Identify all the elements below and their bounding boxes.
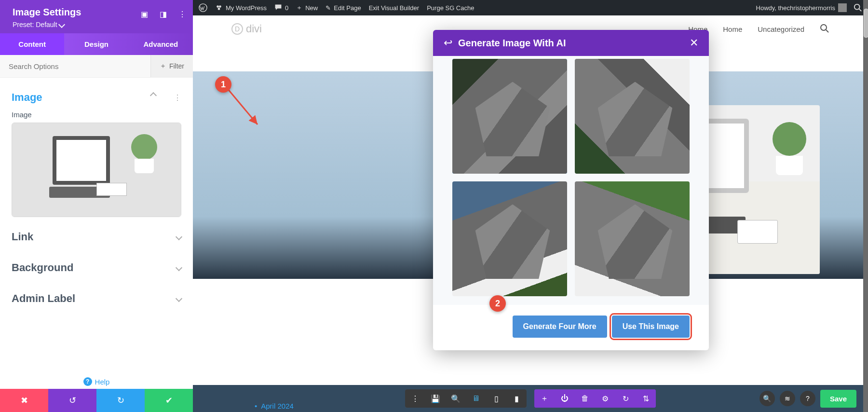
search-input[interactable]: [0, 55, 150, 77]
save-button[interactable]: Save: [820, 390, 856, 408]
annotation-badge-1: 1: [215, 76, 231, 93]
section-image: Image ⋮ Image: [12, 86, 181, 217]
bb-history-icon[interactable]: ↻: [615, 389, 636, 408]
wp-edit-link[interactable]: ✎ Edit Page: [326, 4, 361, 12]
ai-image-modal: ↩ Generate Image With AI ✕ Generate Four…: [433, 30, 709, 350]
site-logo[interactable]: D divi: [231, 23, 262, 35]
site-nav: Home Home Uncategorized: [688, 24, 829, 35]
wp-comments-link[interactable]: 0: [274, 4, 288, 12]
tab-design[interactable]: Design: [64, 33, 128, 55]
plus-icon: ＋: [160, 62, 166, 70]
sections-list: Image ⋮ Image Link Background Admin Labe…: [0, 78, 193, 374]
modal-body: [433, 56, 709, 305]
bb-gear-icon[interactable]: ⚙: [595, 389, 615, 408]
svg-line-5: [859, 9, 862, 12]
bb-phone-icon[interactable]: ▮: [506, 389, 527, 408]
divi-logo-icon: D: [231, 23, 243, 35]
search-row: ＋ Filter: [0, 55, 193, 78]
svg-line-8: [228, 89, 258, 124]
bb-trash-icon[interactable]: 🗑: [575, 389, 595, 408]
bb-search-icon[interactable]: 🔍: [760, 391, 775, 406]
expand-icon[interactable]: ▣: [141, 10, 148, 19]
bb-zoom-icon[interactable]: 🔍: [446, 389, 466, 408]
bb-menu-icon[interactable]: ⋮: [405, 389, 425, 408]
avatar-icon: [838, 3, 847, 12]
chevron-down-icon: [176, 295, 182, 302]
builder-bar: ⋮ 💾 🔍 🖥 ▯ ▮ ＋ ⏻ 🗑 ⚙ ↻ ⇅ 🔍 ≋ ? Save: [193, 385, 868, 412]
chevron-down-icon: [176, 233, 182, 240]
kebab-icon[interactable]: ⋮: [174, 93, 181, 102]
wp-howdy[interactable]: Howdy, thechristophermorris: [756, 3, 847, 12]
generated-image-3[interactable]: [452, 181, 567, 296]
bb-desktop-icon[interactable]: 🖥: [466, 389, 486, 408]
generated-image-1[interactable]: [452, 59, 567, 174]
svg-point-4: [854, 4, 860, 10]
settings-sidebar: Image Settings Preset: Default ▣ ◨ ⋮ Con…: [0, 0, 193, 412]
nav-uncategorized[interactable]: Uncategorized: [758, 25, 804, 33]
tab-advanced[interactable]: Advanced: [129, 33, 193, 55]
confirm-button[interactable]: ✔: [145, 389, 193, 412]
vertical-scrollbar[interactable]: [863, 0, 868, 412]
columns-icon[interactable]: ◨: [160, 10, 167, 19]
annotation-arrow-1: [226, 87, 264, 130]
wp-admin-bar: My WordPress 0 ＋ New ✎ Edit Page Exit Vi…: [193, 0, 868, 15]
wp-site-link[interactable]: My WordPress: [215, 4, 267, 12]
tab-content[interactable]: Content: [0, 33, 64, 55]
section-background: Background: [12, 257, 181, 279]
image-thumbnail[interactable]: [12, 123, 181, 217]
section-image-header[interactable]: Image ⋮: [12, 86, 181, 109]
bb-group-left: ⋮ 💾 🔍 🖥 ▯ ▮: [405, 389, 527, 408]
svg-point-6: [821, 25, 827, 30]
section-background-header[interactable]: Background: [12, 257, 181, 279]
section-link-header[interactable]: Link: [12, 226, 181, 248]
wp-purge-link[interactable]: Purge SG Cache: [427, 4, 474, 12]
svg-point-3: [218, 8, 220, 10]
bb-save-icon[interactable]: 💾: [425, 389, 446, 408]
chevron-up-icon: [150, 92, 157, 98]
sidebar-header: Image Settings Preset: Default ▣ ◨ ⋮: [0, 0, 193, 33]
svg-point-2: [219, 5, 221, 8]
main-canvas: My WordPress 0 ＋ New ✎ Edit Page Exit Vi…: [193, 0, 868, 412]
modal-header: ↩ Generate Image With AI ✕: [433, 30, 709, 56]
svg-point-1: [217, 5, 219, 8]
chevron-down-icon: [176, 264, 182, 271]
modal-title: Generate Image With AI: [458, 38, 566, 49]
bottom-actions: ✖ ↺ ↻ ✔: [0, 389, 193, 412]
nav-home2[interactable]: Home: [723, 25, 742, 33]
svg-line-7: [826, 30, 828, 32]
kebab-icon[interactable]: ⋮: [178, 10, 186, 19]
redo-button[interactable]: ↻: [96, 389, 145, 412]
section-admin-label: Admin Label: [12, 288, 181, 310]
bb-add-icon[interactable]: ＋: [534, 389, 555, 408]
annotation-badge-2: 2: [489, 295, 506, 312]
nav-search-icon[interactable]: [820, 24, 829, 35]
image-grid: [452, 59, 690, 296]
wp-search-icon[interactable]: [854, 3, 862, 12]
settings-tabs: Content Design Advanced: [0, 33, 193, 55]
bb-sort-icon[interactable]: ⇅: [636, 389, 656, 408]
generated-image-4[interactable]: [575, 181, 690, 296]
undo-button[interactable]: ↺: [48, 389, 96, 412]
help-link[interactable]: ? Help: [0, 374, 193, 389]
image-field-label: Image: [12, 110, 181, 119]
section-link: Link: [12, 226, 181, 248]
use-image-button[interactable]: Use This Image: [612, 316, 690, 338]
bb-tablet-icon[interactable]: ▯: [486, 389, 506, 408]
wp-logo-icon[interactable]: [199, 3, 207, 12]
generated-image-2[interactable]: [575, 59, 690, 174]
bb-group-right: ＋ ⏻ 🗑 ⚙ ↻ ⇅: [534, 389, 656, 408]
generate-more-button[interactable]: Generate Four More: [513, 316, 607, 338]
preset-dropdown[interactable]: Preset: Default: [13, 21, 180, 28]
wp-exit-link[interactable]: Exit Visual Builder: [369, 4, 420, 12]
back-icon[interactable]: ↩: [444, 37, 452, 49]
section-admin-label-header[interactable]: Admin Label: [12, 288, 181, 310]
modal-actions: Generate Four More Use This Image: [433, 305, 709, 350]
close-icon[interactable]: ✕: [690, 37, 698, 49]
chevron-down-icon: [58, 21, 65, 28]
filter-button[interactable]: ＋ Filter: [150, 55, 193, 77]
bb-help-icon[interactable]: ?: [800, 391, 815, 406]
bb-layers-icon[interactable]: ≋: [780, 391, 795, 406]
bb-power-icon[interactable]: ⏻: [555, 389, 575, 408]
wp-new-link[interactable]: ＋ New: [296, 3, 318, 12]
discard-button[interactable]: ✖: [0, 389, 48, 412]
